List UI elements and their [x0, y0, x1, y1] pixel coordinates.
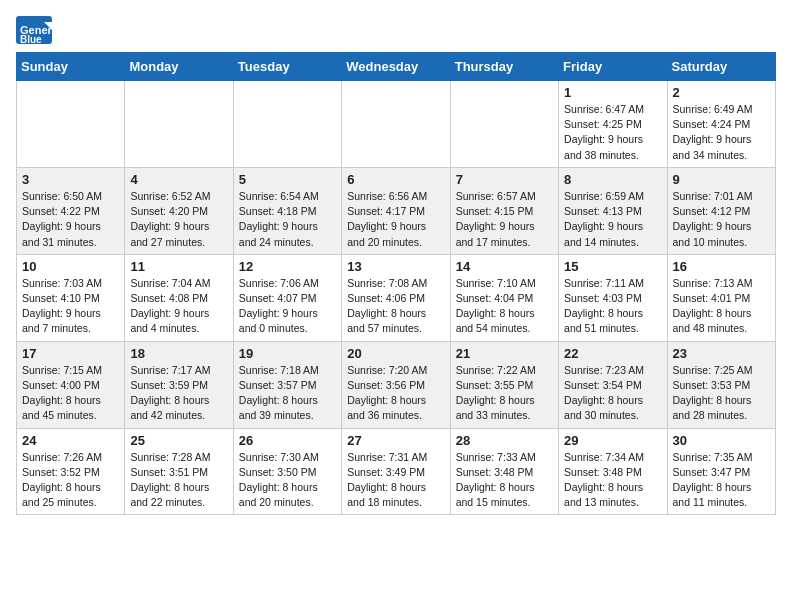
day-number: 15 — [564, 259, 661, 274]
calendar-week-5: 24Sunrise: 7:26 AM Sunset: 3:52 PM Dayli… — [17, 428, 776, 515]
day-info: Sunrise: 6:57 AM Sunset: 4:15 PM Dayligh… — [456, 189, 553, 250]
calendar-cell: 17Sunrise: 7:15 AM Sunset: 4:00 PM Dayli… — [17, 341, 125, 428]
day-number: 17 — [22, 346, 119, 361]
day-info: Sunrise: 7:10 AM Sunset: 4:04 PM Dayligh… — [456, 276, 553, 337]
day-info: Sunrise: 7:25 AM Sunset: 3:53 PM Dayligh… — [673, 363, 770, 424]
day-info: Sunrise: 6:50 AM Sunset: 4:22 PM Dayligh… — [22, 189, 119, 250]
day-info: Sunrise: 7:23 AM Sunset: 3:54 PM Dayligh… — [564, 363, 661, 424]
calendar-cell: 12Sunrise: 7:06 AM Sunset: 4:07 PM Dayli… — [233, 254, 341, 341]
day-header-wednesday: Wednesday — [342, 53, 450, 81]
day-number: 6 — [347, 172, 444, 187]
day-info: Sunrise: 7:20 AM Sunset: 3:56 PM Dayligh… — [347, 363, 444, 424]
logo: General Blue — [16, 16, 52, 44]
day-info: Sunrise: 6:47 AM Sunset: 4:25 PM Dayligh… — [564, 102, 661, 163]
calendar-cell: 10Sunrise: 7:03 AM Sunset: 4:10 PM Dayli… — [17, 254, 125, 341]
calendar-cell: 26Sunrise: 7:30 AM Sunset: 3:50 PM Dayli… — [233, 428, 341, 515]
day-number: 19 — [239, 346, 336, 361]
day-number: 29 — [564, 433, 661, 448]
day-info: Sunrise: 6:49 AM Sunset: 4:24 PM Dayligh… — [673, 102, 770, 163]
day-header-friday: Friday — [559, 53, 667, 81]
day-number: 25 — [130, 433, 227, 448]
day-number: 3 — [22, 172, 119, 187]
day-number: 21 — [456, 346, 553, 361]
calendar-cell: 2Sunrise: 6:49 AM Sunset: 4:24 PM Daylig… — [667, 81, 775, 168]
day-number: 28 — [456, 433, 553, 448]
day-info: Sunrise: 7:11 AM Sunset: 4:03 PM Dayligh… — [564, 276, 661, 337]
calendar-cell: 24Sunrise: 7:26 AM Sunset: 3:52 PM Dayli… — [17, 428, 125, 515]
day-header-saturday: Saturday — [667, 53, 775, 81]
calendar-cell: 25Sunrise: 7:28 AM Sunset: 3:51 PM Dayli… — [125, 428, 233, 515]
calendar-week-3: 10Sunrise: 7:03 AM Sunset: 4:10 PM Dayli… — [17, 254, 776, 341]
day-info: Sunrise: 7:34 AM Sunset: 3:48 PM Dayligh… — [564, 450, 661, 511]
calendar-cell: 7Sunrise: 6:57 AM Sunset: 4:15 PM Daylig… — [450, 167, 558, 254]
day-number: 14 — [456, 259, 553, 274]
day-info: Sunrise: 7:33 AM Sunset: 3:48 PM Dayligh… — [456, 450, 553, 511]
calendar-cell: 27Sunrise: 7:31 AM Sunset: 3:49 PM Dayli… — [342, 428, 450, 515]
calendar-cell — [125, 81, 233, 168]
day-info: Sunrise: 7:26 AM Sunset: 3:52 PM Dayligh… — [22, 450, 119, 511]
calendar-cell: 11Sunrise: 7:04 AM Sunset: 4:08 PM Dayli… — [125, 254, 233, 341]
day-info: Sunrise: 6:52 AM Sunset: 4:20 PM Dayligh… — [130, 189, 227, 250]
calendar-cell: 20Sunrise: 7:20 AM Sunset: 3:56 PM Dayli… — [342, 341, 450, 428]
day-number: 5 — [239, 172, 336, 187]
day-info: Sunrise: 6:56 AM Sunset: 4:17 PM Dayligh… — [347, 189, 444, 250]
day-info: Sunrise: 7:08 AM Sunset: 4:06 PM Dayligh… — [347, 276, 444, 337]
day-info: Sunrise: 7:22 AM Sunset: 3:55 PM Dayligh… — [456, 363, 553, 424]
day-info: Sunrise: 7:01 AM Sunset: 4:12 PM Dayligh… — [673, 189, 770, 250]
day-number: 13 — [347, 259, 444, 274]
day-info: Sunrise: 7:04 AM Sunset: 4:08 PM Dayligh… — [130, 276, 227, 337]
calendar-cell: 21Sunrise: 7:22 AM Sunset: 3:55 PM Dayli… — [450, 341, 558, 428]
calendar-table: SundayMondayTuesdayWednesdayThursdayFrid… — [16, 52, 776, 515]
day-info: Sunrise: 7:18 AM Sunset: 3:57 PM Dayligh… — [239, 363, 336, 424]
day-number: 12 — [239, 259, 336, 274]
calendar-cell: 14Sunrise: 7:10 AM Sunset: 4:04 PM Dayli… — [450, 254, 558, 341]
day-number: 23 — [673, 346, 770, 361]
header: General Blue — [16, 16, 776, 44]
calendar-cell: 22Sunrise: 7:23 AM Sunset: 3:54 PM Dayli… — [559, 341, 667, 428]
day-info: Sunrise: 7:06 AM Sunset: 4:07 PM Dayligh… — [239, 276, 336, 337]
calendar-week-1: 1Sunrise: 6:47 AM Sunset: 4:25 PM Daylig… — [17, 81, 776, 168]
calendar-cell: 1Sunrise: 6:47 AM Sunset: 4:25 PM Daylig… — [559, 81, 667, 168]
day-number: 10 — [22, 259, 119, 274]
calendar-cell: 16Sunrise: 7:13 AM Sunset: 4:01 PM Dayli… — [667, 254, 775, 341]
calendar-cell: 19Sunrise: 7:18 AM Sunset: 3:57 PM Dayli… — [233, 341, 341, 428]
day-info: Sunrise: 7:30 AM Sunset: 3:50 PM Dayligh… — [239, 450, 336, 511]
day-number: 22 — [564, 346, 661, 361]
day-number: 20 — [347, 346, 444, 361]
calendar-cell — [342, 81, 450, 168]
day-number: 2 — [673, 85, 770, 100]
day-info: Sunrise: 7:03 AM Sunset: 4:10 PM Dayligh… — [22, 276, 119, 337]
calendar-cell: 28Sunrise: 7:33 AM Sunset: 3:48 PM Dayli… — [450, 428, 558, 515]
day-number: 16 — [673, 259, 770, 274]
day-number: 18 — [130, 346, 227, 361]
calendar-cell: 8Sunrise: 6:59 AM Sunset: 4:13 PM Daylig… — [559, 167, 667, 254]
day-header-tuesday: Tuesday — [233, 53, 341, 81]
calendar-cell: 3Sunrise: 6:50 AM Sunset: 4:22 PM Daylig… — [17, 167, 125, 254]
calendar-cell: 23Sunrise: 7:25 AM Sunset: 3:53 PM Dayli… — [667, 341, 775, 428]
day-info: Sunrise: 6:54 AM Sunset: 4:18 PM Dayligh… — [239, 189, 336, 250]
calendar-cell: 4Sunrise: 6:52 AM Sunset: 4:20 PM Daylig… — [125, 167, 233, 254]
day-info: Sunrise: 6:59 AM Sunset: 4:13 PM Dayligh… — [564, 189, 661, 250]
day-header-thursday: Thursday — [450, 53, 558, 81]
day-number: 9 — [673, 172, 770, 187]
calendar-cell: 6Sunrise: 6:56 AM Sunset: 4:17 PM Daylig… — [342, 167, 450, 254]
calendar-cell: 18Sunrise: 7:17 AM Sunset: 3:59 PM Dayli… — [125, 341, 233, 428]
day-info: Sunrise: 7:35 AM Sunset: 3:47 PM Dayligh… — [673, 450, 770, 511]
day-number: 26 — [239, 433, 336, 448]
day-info: Sunrise: 7:17 AM Sunset: 3:59 PM Dayligh… — [130, 363, 227, 424]
day-number: 27 — [347, 433, 444, 448]
day-number: 7 — [456, 172, 553, 187]
day-number: 8 — [564, 172, 661, 187]
calendar-header-row: SundayMondayTuesdayWednesdayThursdayFrid… — [17, 53, 776, 81]
day-number: 30 — [673, 433, 770, 448]
day-info: Sunrise: 7:31 AM Sunset: 3:49 PM Dayligh… — [347, 450, 444, 511]
day-number: 4 — [130, 172, 227, 187]
calendar-week-2: 3Sunrise: 6:50 AM Sunset: 4:22 PM Daylig… — [17, 167, 776, 254]
logo-icon: General Blue — [16, 16, 52, 44]
day-info: Sunrise: 7:15 AM Sunset: 4:00 PM Dayligh… — [22, 363, 119, 424]
svg-text:Blue: Blue — [20, 34, 42, 44]
calendar-cell — [17, 81, 125, 168]
day-number: 24 — [22, 433, 119, 448]
day-header-monday: Monday — [125, 53, 233, 81]
day-number: 11 — [130, 259, 227, 274]
